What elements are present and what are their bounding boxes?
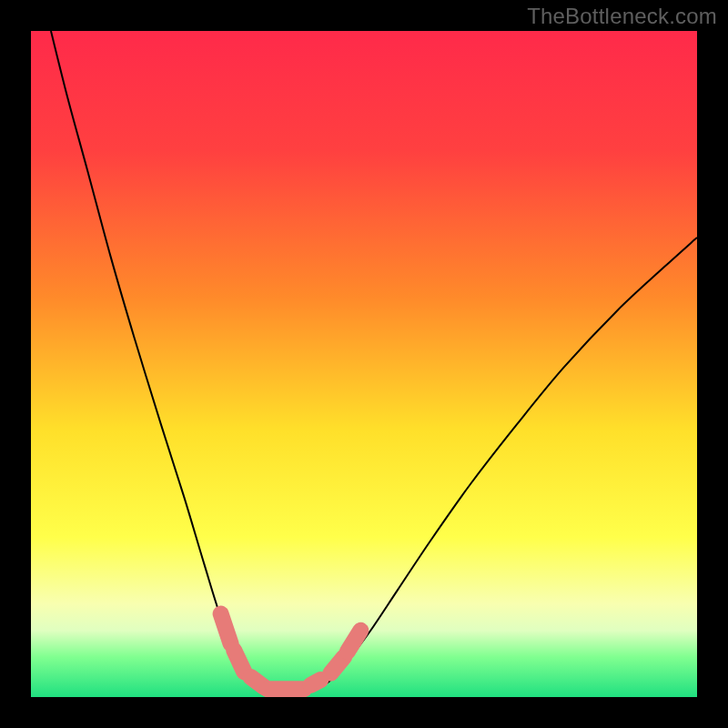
plot-area	[31, 31, 697, 697]
marker-segment	[221, 614, 231, 644]
figure-frame: TheBottleneck.com	[0, 0, 728, 728]
marker-segment	[330, 657, 344, 673]
watermark-text: TheBottleneck.com	[527, 4, 717, 29]
marker-group	[31, 31, 697, 697]
marker-segment	[310, 680, 320, 685]
marker-segment	[348, 631, 361, 652]
marker-segment	[234, 651, 244, 672]
